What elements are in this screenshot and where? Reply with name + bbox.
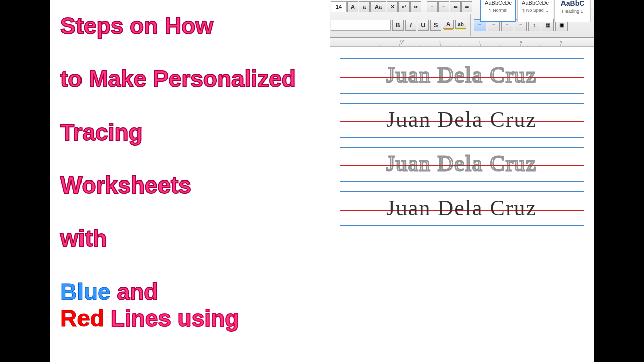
ws-line-bot-3: [340, 181, 584, 182]
ws-line-top-3: [340, 147, 584, 148]
ws-text-row-2: Juan Dela Cruz: [340, 107, 584, 132]
ws-line-bot-1: [340, 93, 584, 94]
worksheet-row-3: Juan Dela Cruz: [340, 144, 584, 185]
ws-line-top-1: [340, 58, 584, 59]
svg-text:5: 5: [560, 40, 562, 44]
font-color-group: A: [443, 20, 454, 30]
superscript-button[interactable]: x²: [398, 1, 410, 12]
font-shrink-label: a: [363, 4, 366, 10]
subscript-icon: x₂: [413, 4, 418, 9]
font-size-box[interactable]: 14: [331, 1, 347, 12]
style-no-spacing[interactable]: AaBbCcDc ¶ No Spaci...: [517, 0, 553, 22]
ws-text-row-1: Juan Dela Cruz: [340, 62, 584, 88]
left-panel: Steps on How to Make Personalized Tracin…: [50, 0, 330, 362]
ribbon-divider-2: [475, 2, 475, 12]
worksheet-row-4: Juan Dela Cruz: [340, 189, 584, 229]
clear-format-icon: ✕: [390, 4, 395, 10]
title-line-3: Tracing: [60, 119, 330, 146]
title-line-1: Steps on How: [60, 13, 330, 39]
font-grow-button[interactable]: A: [347, 1, 358, 12]
bold-button[interactable]: B: [392, 20, 404, 31]
style-no-spacing-label: ¶ No Spaci...: [522, 8, 548, 13]
italic-button[interactable]: I: [405, 20, 416, 31]
title-line-7: Red Lines using: [60, 305, 330, 332]
increase-indent-button[interactable]: ⇒: [461, 1, 472, 12]
title-text: Steps on How to Make Personalized Tracin…: [60, 5, 330, 362]
change-case-button[interactable]: Aa: [370, 1, 386, 12]
bullet-list-button[interactable]: ≡: [427, 1, 438, 12]
svg-text:1: 1: [399, 40, 401, 44]
superscript-icon: x²: [402, 4, 406, 9]
title-line-5: with: [60, 225, 330, 252]
style-heading1-preview: AaBbC: [561, 0, 585, 7]
ribbon-divider-1: [424, 2, 424, 12]
underline-button[interactable]: U: [418, 20, 429, 31]
ws-line-top-2: [340, 103, 584, 104]
title-and: and: [111, 279, 158, 305]
worksheet-row-1: Juan Dela Cruz: [340, 56, 584, 96]
change-case-label: Aa: [375, 4, 382, 10]
style-heading1-label: Heading 1: [562, 9, 583, 14]
title-line-4: Worksheets: [60, 172, 330, 199]
style-normal-label: ¶ Normal: [489, 8, 507, 13]
style-no-spacing-preview: AaBbCcDc: [522, 0, 549, 6]
svg-text:4: 4: [520, 40, 522, 44]
black-bar-left: [0, 0, 50, 362]
title-line-8: Microsoft Word: [60, 358, 330, 362]
right-panel: 14 A a Aa ✕ x²: [330, 0, 594, 362]
worksheet-area: Juan Dela Cruz Juan Dela Cruz Juan Dela …: [340, 52, 584, 229]
title-line-2: to Make Personalized: [60, 66, 330, 93]
style-normal[interactable]: AaBbCcDc ¶ Normal: [480, 0, 516, 22]
clear-format-button[interactable]: ✕: [387, 1, 398, 12]
svg-text:3: 3: [479, 40, 482, 44]
ribbon-top-row: 14 A a Aa ✕ x²: [330, 0, 594, 13]
styles-panel: AaBbCcDc ¶ Normal AaBbCcDc ¶ No Spaci...…: [478, 0, 593, 24]
ws-text-row-4: Juan Dela Cruz: [340, 195, 584, 221]
highlight-button[interactable]: ab: [455, 20, 466, 29]
title-word-blue: Blue: [60, 279, 111, 305]
ws-line-top-4: [340, 191, 584, 192]
ws-line-bot-4: [340, 225, 584, 226]
font-name-box[interactable]: [331, 20, 391, 31]
title-rest-7: Lines using: [111, 305, 239, 331]
ruler-ticks: 1 2 3 4 5: [360, 38, 594, 47]
ruler: ▽ 1 2 3 4 5: [330, 38, 594, 47]
font-color-button[interactable]: A: [443, 20, 454, 29]
decrease-indent-button[interactable]: ⇐: [450, 1, 461, 12]
ws-line-bot-2: [340, 137, 584, 138]
highlight-group: ab: [455, 20, 466, 30]
ws-text-row-3: Juan Dela Cruz: [340, 151, 584, 176]
style-normal-preview: AaBbCcDc: [485, 0, 512, 6]
highlight-indicator: [456, 29, 465, 30]
worksheet-row-2: Juan Dela Cruz: [340, 100, 584, 140]
document-body: Juan Dela Cruz Juan Dela Cruz Juan Dela …: [330, 47, 594, 362]
ruler-inner: ▽ 1 2 3 4 5: [360, 38, 594, 46]
main-content: Steps on How to Make Personalized Tracin…: [50, 0, 594, 362]
font-size-value: 14: [336, 4, 342, 10]
ribbon: 14 A a Aa ✕ x²: [330, 0, 594, 38]
black-bar-right: [594, 0, 644, 362]
font-color-indicator: [444, 29, 453, 30]
subscript-button[interactable]: x₂: [410, 1, 421, 12]
number-list-button[interactable]: ≡: [438, 1, 449, 12]
strikethrough-button[interactable]: S: [430, 20, 441, 31]
font-shrink-button[interactable]: a: [359, 1, 370, 12]
font-grow-label: A: [351, 4, 355, 10]
title-word-red: Red: [60, 305, 104, 331]
style-heading1[interactable]: AaBbC Heading 1: [554, 0, 591, 22]
font-section: B I U S A ab: [331, 14, 471, 36]
svg-text:2: 2: [439, 40, 442, 44]
